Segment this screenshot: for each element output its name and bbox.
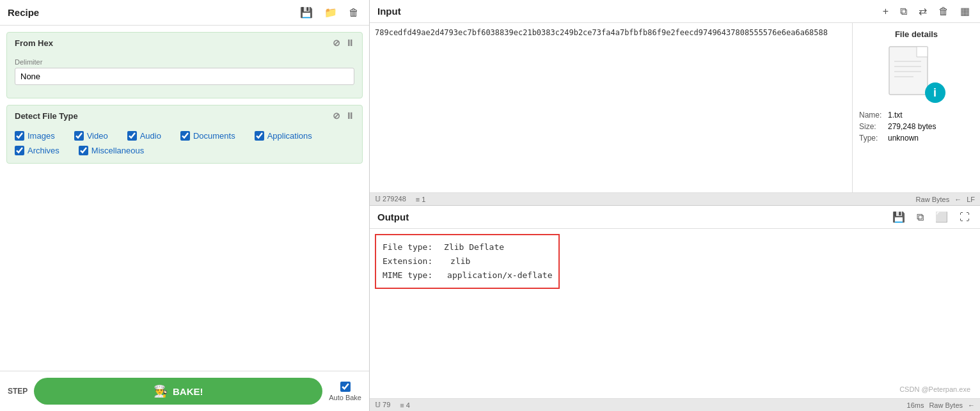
input-text-area[interactable]: 789cedfd49ae2d4793ec7bf6038839ec21b0383c… — [370, 23, 852, 192]
delete-recipe-button[interactable]: 🗑 — [346, 6, 361, 20]
size-key: Size: — [859, 122, 885, 131]
video-label: Video — [87, 131, 108, 141]
output-content: File type: Zlib Deflate Extension: zlib … — [370, 229, 980, 398]
audio-checkbox-label[interactable]: Audio — [127, 131, 161, 141]
output-result-box: File type: Zlib Deflate Extension: zlib … — [375, 234, 560, 289]
miscellaneous-label: Miscellaneous — [91, 146, 144, 155]
step-label: STEP — [8, 387, 28, 396]
miscellaneous-checkbox[interactable] — [79, 146, 88, 155]
disable-detect-icon[interactable]: ⊘ — [333, 111, 340, 121]
size-value: 279,248 bytes — [888, 122, 936, 131]
auto-bake-checkbox[interactable] — [340, 382, 351, 392]
auto-bake-label: Auto Bake — [329, 394, 361, 401]
input-header: Input + ⧉ ⇄ 🗑 ▦ — [370, 0, 980, 23]
from-hex-header: From Hex ⊘ ⏸ — [7, 33, 362, 53]
add-input-button[interactable]: + — [880, 4, 891, 19]
recipe-title: Recipe — [8, 7, 39, 18]
output-title: Output — [377, 212, 409, 222]
auto-bake-area: Auto Bake — [329, 382, 361, 401]
file-name-row: Name: 1.txt — [859, 111, 974, 120]
copy-output-button[interactable]: ⧉ — [914, 210, 926, 224]
documents-checkbox[interactable] — [180, 131, 190, 141]
output-footer-toolbar: 16ms Raw Bytes ← — [907, 401, 975, 409]
miscellaneous-checkbox-label[interactable]: Miscellaneous — [79, 146, 144, 155]
detect-file-type-title: Detect File Type — [15, 111, 78, 121]
file-size-row: Size: 279,248 bytes — [859, 122, 974, 131]
recipe-content: From Hex ⊘ ⏸ Delimiter Detect File Type … — [0, 26, 369, 371]
file-details-title: File details — [895, 29, 938, 39]
file-details-sidebar: File details i — [852, 23, 980, 192]
cols-input-button[interactable]: ▦ — [958, 4, 972, 19]
video-checkbox-label[interactable]: Video — [74, 131, 108, 141]
input-header-icons: + ⧉ ⇄ 🗑 ▦ — [880, 4, 972, 19]
switch-input-button[interactable]: ⇄ — [916, 4, 929, 19]
new-window-output-button[interactable]: ⬜ — [933, 210, 951, 224]
applications-label: Applications — [267, 131, 312, 141]
file-info-icon: i — [925, 82, 945, 103]
raw-bytes-label: Raw Bytes — [916, 196, 950, 203]
from-hex-icons: ⊘ ⏸ — [333, 38, 354, 48]
images-checkbox[interactable] — [15, 131, 24, 141]
archives-checkbox[interactable] — [15, 146, 24, 155]
extension-line: Extension: zlib — [383, 254, 552, 268]
pause-icon[interactable]: ⏸ — [345, 38, 354, 48]
detect-file-type-icons: ⊘ ⏸ — [333, 111, 354, 121]
video-checkbox[interactable] — [74, 131, 84, 141]
save-recipe-button[interactable]: 💾 — [297, 5, 315, 20]
mime-line: MIME type: application/x-deflate — [383, 268, 552, 283]
file-type-row: Type: unknown — [859, 134, 974, 143]
documents-label: Documents — [193, 131, 235, 141]
recipe-panel: Recipe 💾 📁 🗑 From Hex ⊘ ⏸ Delimiter — [0, 0, 370, 411]
input-title: Input — [377, 6, 401, 17]
chef-icon: 👨‍🍳 — [154, 384, 168, 398]
bake-label: BAKE! — [173, 386, 203, 397]
output-header-icons: 💾 ⧉ ⬜ ⛶ — [890, 210, 972, 224]
input-footer-toolbar: Raw Bytes ← LF — [916, 196, 975, 203]
documents-checkbox-label[interactable]: Documents — [180, 131, 235, 141]
detect-file-type-header: Detect File Type ⊘ ⏸ — [7, 105, 362, 126]
archives-checkbox-label[interactable]: Archives — [15, 146, 59, 155]
status-time: 16ms — [907, 401, 924, 409]
output-arrow: ← — [968, 401, 975, 409]
audio-label: Audio — [140, 131, 161, 141]
output-footer: 𝕌 79 ≡ 4 16ms Raw Bytes ← — [370, 398, 980, 411]
expand-output-button[interactable]: ⛶ — [957, 210, 972, 224]
output-section: Output 💾 ⧉ ⬜ ⛶ File type: Zlib Deflate E… — [370, 206, 980, 411]
output-header: Output 💾 ⧉ ⬜ ⛶ — [370, 206, 980, 229]
recipe-header-icons: 💾 📁 🗑 — [297, 5, 361, 20]
detect-file-type-block: Detect File Type ⊘ ⏸ Images Video Audio — [6, 105, 363, 164]
disable-icon[interactable]: ⊘ — [333, 38, 340, 48]
images-checkbox-label[interactable]: Images — [15, 131, 55, 141]
input-lines-label: ≡ 1 — [416, 196, 426, 203]
applications-checkbox[interactable] — [255, 131, 264, 141]
mime-val: application/x-deflate — [447, 270, 552, 280]
delimiter-input[interactable] — [15, 68, 354, 85]
output-lines-count: 4 — [406, 401, 410, 409]
bake-button[interactable]: 👨‍🍳 BAKE! — [34, 378, 322, 405]
audio-checkbox[interactable] — [127, 131, 137, 141]
name-key: Name: — [859, 111, 885, 120]
pause-detect-icon[interactable]: ⏸ — [345, 111, 354, 121]
file-type-key: File type: — [383, 242, 432, 252]
trash-input-button[interactable]: 🗑 — [936, 4, 951, 19]
mime-key: MIME type: — [383, 270, 432, 280]
delimiter-label: Delimiter — [15, 58, 354, 66]
output-rec-count: 79 — [383, 401, 390, 408]
new-window-input-button[interactable]: ⧉ — [897, 4, 910, 19]
type-value: unknown — [888, 134, 919, 143]
save-output-button[interactable]: 💾 — [890, 210, 908, 224]
file-icon-area: i — [888, 45, 945, 103]
applications-checkbox-label[interactable]: Applications — [255, 131, 312, 141]
extension-val: zlib — [450, 256, 470, 266]
type-key: Type: — [859, 134, 885, 143]
recipe-bottom-bar: STEP 👨‍🍳 BAKE! Auto Bake — [0, 371, 369, 411]
output-rec-label: 𝕌 79 — [375, 401, 390, 409]
name-value: 1.txt — [888, 111, 903, 120]
watermark: CSDN @Peterpan.exe — [899, 385, 970, 393]
info-letter: i — [933, 86, 937, 100]
from-hex-title: From Hex — [15, 38, 53, 48]
output-lines-label: ≡ 4 — [400, 401, 410, 409]
open-recipe-button[interactable]: 📁 — [322, 5, 340, 20]
lf-label: LF — [967, 196, 975, 203]
output-raw-bytes: Raw Bytes — [929, 401, 963, 409]
